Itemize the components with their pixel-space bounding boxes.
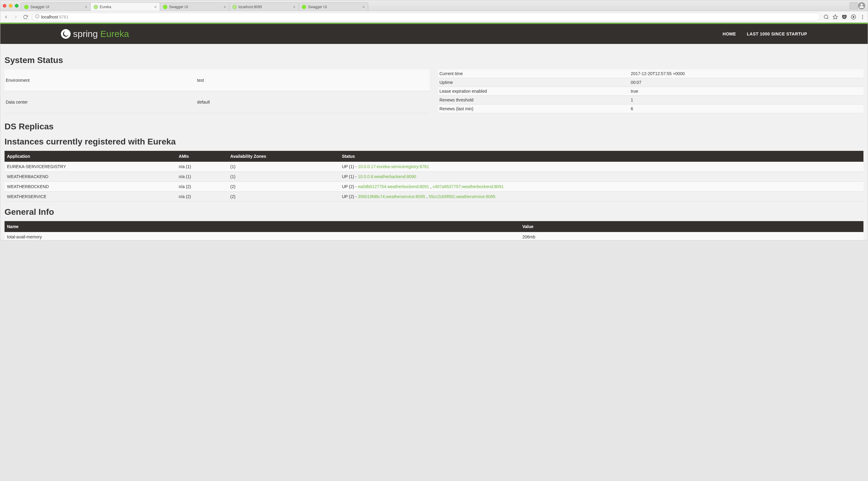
- maximize-window-button[interactable]: [15, 4, 19, 7]
- instance-link[interactable]: c407a9537757:weatherbockend:8091: [433, 184, 504, 189]
- general-info-row: total-avail-memory206mb: [4, 232, 864, 240]
- heading-general-info: General Info: [4, 207, 864, 217]
- status-label: Uptime: [438, 78, 629, 87]
- forward-button[interactable]: [12, 13, 19, 20]
- status-value: 00:07: [629, 78, 864, 87]
- tab-close-icon[interactable]: ×: [154, 4, 157, 9]
- system-status-left-table: EnvironmenttestData centerdefault: [4, 69, 430, 113]
- star-icon[interactable]: [833, 14, 838, 20]
- cell-application: WEATHERBACKEND: [4, 172, 176, 182]
- play-icon[interactable]: [851, 14, 856, 20]
- more-icon[interactable]: [860, 14, 865, 20]
- favicon-icon: [163, 5, 167, 9]
- instance-link[interactable]: 55cc2cb5f991:weatherservice:8095: [429, 194, 495, 199]
- browser-tab[interactable]: Swagger UI×: [160, 2, 229, 11]
- spring-logo-icon: [61, 29, 71, 39]
- cell-status: UP (2) - 356019fd8c74:weatherservice:809…: [339, 192, 864, 202]
- nav-last1000[interactable]: LAST 1000 SINCE STARTUP: [747, 32, 807, 36]
- nav-home[interactable]: HOME: [722, 32, 736, 36]
- status-value: 6: [629, 104, 864, 113]
- instances-table: Application AMIs Availability Zones Stat…: [4, 151, 864, 202]
- instance-row: EUREKA-SERVICEREGISTRYn/a (1)(1)UP (1) -…: [4, 162, 864, 172]
- th-status: Status: [339, 151, 864, 162]
- cell-az: (1): [228, 172, 339, 182]
- browser-tab[interactable]: localhost:8095×: [229, 2, 299, 11]
- cell-az: (2): [228, 182, 339, 192]
- zoom-icon[interactable]: [824, 14, 829, 20]
- status-row: Current time2017-12-20T12:57:55 +0000: [438, 69, 864, 78]
- status-value: default: [196, 91, 430, 113]
- cell-amis: n/a (1): [176, 162, 228, 172]
- cell-application: WEATHERSERVICE: [4, 192, 176, 202]
- instance-row: WEATHERBACKENDn/a (1)(1)UP (1) - 10.0.0.…: [4, 172, 864, 182]
- browser-tabs: Swagger UI×Eureka×Swagger UI×localhost:8…: [21, 0, 848, 11]
- heading-instances: Instances currently registered with Eure…: [4, 137, 864, 147]
- new-tab-button[interactable]: [849, 2, 858, 9]
- close-window-button[interactable]: [3, 4, 6, 7]
- cell-name: total-avail-memory: [4, 232, 520, 240]
- status-row: Environmenttest: [4, 69, 430, 91]
- browser-tab[interactable]: Swagger UI×: [21, 2, 91, 11]
- address-bar[interactable]: localhost:8761: [32, 13, 820, 21]
- system-status-right-table: Current time2017-12-20T12:57:55 +0000Upt…: [438, 69, 864, 113]
- cell-status: UP (2) - ea0db0127754:weatherbockend:809…: [339, 182, 864, 192]
- heading-ds-replicas: DS Replicas: [4, 122, 864, 131]
- status-label: Environment: [4, 69, 196, 91]
- url-host: localhost: [41, 14, 58, 20]
- status-value: 2017-12-20T12:57:55 +0000: [629, 69, 864, 78]
- pocket-icon[interactable]: [842, 14, 847, 20]
- reload-button[interactable]: [22, 13, 29, 20]
- tab-title: Swagger UI: [169, 5, 188, 9]
- browser-tab[interactable]: Eureka×: [90, 2, 160, 11]
- status-label: Current time: [438, 69, 629, 78]
- instance-row: WEATHERSERVICEn/a (2)(2)UP (2) - 356019f…: [4, 192, 864, 202]
- svg-point-8: [862, 15, 863, 16]
- brand-eureka-text: Eureka: [100, 29, 129, 39]
- cell-az: (2): [228, 192, 339, 202]
- status-value: true: [629, 87, 864, 96]
- system-status-row: EnvironmenttestData centerdefault Curren…: [4, 69, 864, 113]
- tab-close-icon[interactable]: ×: [293, 4, 296, 9]
- toolbar-icons: [824, 14, 865, 20]
- minimize-window-button[interactable]: [9, 4, 12, 7]
- cell-amis: n/a (2): [176, 192, 228, 202]
- instance-link[interactable]: 10.0.0.17:eureka-serviceregistry:8761: [358, 164, 429, 169]
- window-controls: [3, 4, 19, 7]
- favicon-icon: [24, 5, 29, 9]
- instance-link[interactable]: 356019fd8c74:weatherservice:8095: [358, 194, 425, 199]
- status-label: Data center: [4, 91, 196, 113]
- tab-close-icon[interactable]: ×: [363, 4, 365, 9]
- cell-amis: n/a (2): [176, 182, 228, 192]
- th-amis: AMIs: [176, 151, 228, 162]
- link-separator: ,: [429, 184, 433, 189]
- tab-title: Eureka: [100, 5, 111, 9]
- th-application: Application: [4, 151, 176, 162]
- instances-header-row: Application AMIs Availability Zones Stat…: [4, 151, 864, 162]
- url-path: :8761: [58, 14, 68, 20]
- tab-close-icon[interactable]: ×: [85, 4, 87, 9]
- status-prefix: UP (1) -: [342, 164, 358, 169]
- instance-row: WEATHERBOCKENDn/a (2)(2)UP (2) - ea0db01…: [4, 182, 864, 192]
- status-label: Lease expiration enabled: [438, 87, 629, 96]
- favicon-icon: [302, 5, 306, 9]
- back-button[interactable]: [3, 13, 9, 20]
- status-row: Renews (last min)6: [438, 104, 864, 113]
- cell-az: (1): [228, 162, 339, 172]
- instance-link[interactable]: ea0db0127754:weatherbockend:8091: [358, 184, 429, 189]
- link-separator: ,: [425, 194, 429, 199]
- cell-application: WEATHERBOCKEND: [4, 182, 176, 192]
- info-icon: [35, 14, 39, 20]
- cell-amis: n/a (1): [176, 172, 228, 182]
- page-content: spring Eureka HOME LAST 1000 SINCE START…: [0, 23, 868, 240]
- tab-close-icon[interactable]: ×: [224, 4, 226, 9]
- browser-tab[interactable]: Swagger UI×: [299, 2, 368, 11]
- status-value: 1: [629, 96, 864, 104]
- status-prefix: UP (1) -: [342, 174, 358, 179]
- instance-link[interactable]: 10.0.0.6:weatherbackend:8090: [358, 174, 416, 179]
- svg-point-9: [862, 17, 863, 17]
- svg-point-10: [862, 18, 863, 19]
- profile-icon[interactable]: [858, 2, 865, 9]
- titlebar: Swagger UI×Eureka×Swagger UI×localhost:8…: [0, 0, 868, 11]
- status-label: Renews threshold: [438, 96, 629, 104]
- tab-title: Swagger UI: [308, 5, 327, 9]
